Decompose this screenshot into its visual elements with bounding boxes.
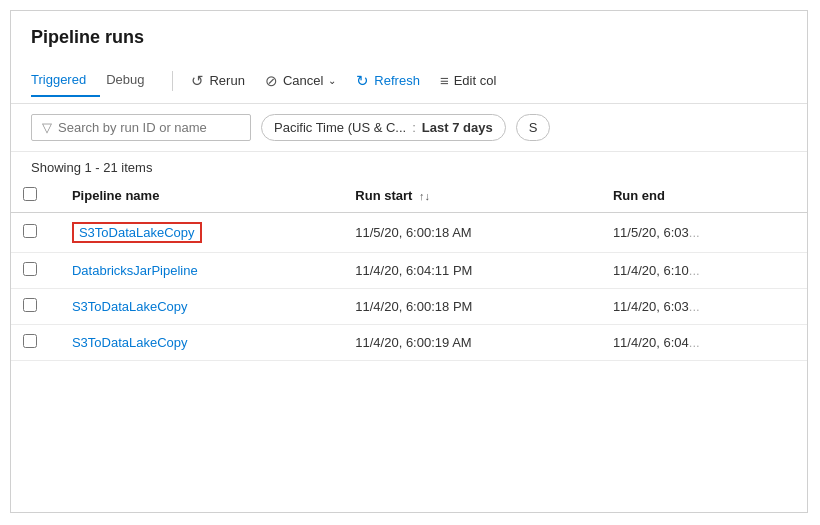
row-checkbox-cell: [11, 213, 60, 253]
rerun-label: Rerun: [209, 73, 244, 88]
run-start-cell: 11/5/20, 6:00:18 AM: [343, 213, 601, 253]
table-wrapper: Pipeline name Run start ↑↓ Run end S3ToD…: [11, 179, 807, 361]
run-end-header-label: Run end: [613, 188, 665, 203]
page-title: Pipeline runs: [11, 11, 807, 58]
run-end-cell: 11/4/20, 6:03...: [601, 289, 807, 325]
search-box[interactable]: ▽: [31, 114, 251, 141]
filter-icon: ▽: [42, 120, 52, 135]
pipeline-name-link[interactable]: S3ToDataLakeCopy: [72, 335, 188, 350]
cancel-icon: ⊘: [265, 72, 278, 90]
pipeline-name-link[interactable]: S3ToDataLakeCopy: [79, 225, 195, 240]
search-input[interactable]: [58, 120, 240, 135]
time-filter[interactable]: Pacific Time (US & C... : Last 7 days: [261, 114, 506, 141]
run-end-cell: 11/4/20, 6:04...: [601, 325, 807, 361]
run-start-cell: 11/4/20, 6:04:11 PM: [343, 253, 601, 289]
row-checkbox-0[interactable]: [23, 224, 37, 238]
pipeline-runs-table: Pipeline name Run start ↑↓ Run end S3ToD…: [11, 179, 807, 361]
pipeline-name-cell: S3ToDataLakeCopy: [60, 289, 343, 325]
table-header-row: Pipeline name Run start ↑↓ Run end: [11, 179, 807, 213]
run-start-header-label: Run start: [355, 188, 412, 203]
run-end-column-header: Run end: [601, 179, 807, 213]
select-all-checkbox[interactable]: [23, 187, 37, 201]
refresh-icon: ↻: [356, 72, 369, 90]
pipeline-name-link[interactable]: S3ToDataLakeCopy: [72, 299, 188, 314]
edit-columns-button[interactable]: ≡ Edit col: [430, 67, 506, 94]
edit-columns-icon: ≡: [440, 72, 449, 89]
row-checkbox-cell: [11, 325, 60, 361]
run-start-cell: 11/4/20, 6:00:19 AM: [343, 325, 601, 361]
row-checkbox-cell: [11, 289, 60, 325]
pipeline-name-link[interactable]: DatabricksJarPipeline: [72, 263, 198, 278]
period-label: Last 7 days: [422, 120, 493, 135]
pipeline-name-cell: S3ToDataLakeCopy: [60, 325, 343, 361]
status-label: S: [529, 120, 538, 135]
toolbar: Triggered Debug ↺ Rerun ⊘ Cancel ⌄ ↻ Ref…: [11, 58, 807, 104]
cancel-button[interactable]: ⊘ Cancel ⌄: [255, 67, 346, 95]
row-checkbox-3[interactable]: [23, 334, 37, 348]
run-end-cell: 11/5/20, 6:03...: [601, 213, 807, 253]
table-row: DatabricksJarPipeline11/4/20, 6:04:11 PM…: [11, 253, 807, 289]
run-start-column-header[interactable]: Run start ↑↓: [343, 179, 601, 213]
table-row: S3ToDataLakeCopy11/5/20, 6:00:18 AM11/5/…: [11, 213, 807, 253]
edit-columns-label: Edit col: [454, 73, 497, 88]
tab-triggered[interactable]: Triggered: [31, 64, 100, 97]
refresh-label: Refresh: [374, 73, 420, 88]
rerun-icon: ↺: [191, 72, 204, 90]
timezone-label: Pacific Time (US & C...: [274, 120, 406, 135]
showing-items-text: Showing 1 - 21 items: [11, 152, 807, 179]
run-end-cell: 11/4/20, 6:10...: [601, 253, 807, 289]
pipeline-name-cell: DatabricksJarPipeline: [60, 253, 343, 289]
row-checkbox-cell: [11, 253, 60, 289]
status-filter-button[interactable]: S: [516, 114, 551, 141]
select-all-header[interactable]: [11, 179, 60, 213]
row-checkbox-1[interactable]: [23, 262, 37, 276]
row-checkbox-2[interactable]: [23, 298, 37, 312]
tab-debug[interactable]: Debug: [106, 64, 158, 97]
run-start-cell: 11/4/20, 6:00:18 PM: [343, 289, 601, 325]
run-start-sort-icon[interactable]: ↑↓: [419, 190, 430, 202]
pipeline-name-cell: S3ToDataLakeCopy: [60, 213, 343, 253]
filter-row: ▽ Pacific Time (US & C... : Last 7 days …: [11, 104, 807, 152]
pipeline-name-header-label: Pipeline name: [72, 188, 159, 203]
pipeline-name-column-header: Pipeline name: [60, 179, 343, 213]
cancel-chevron-icon: ⌄: [328, 75, 336, 86]
refresh-button[interactable]: ↻ Refresh: [346, 67, 430, 95]
filter-separator: :: [412, 120, 416, 135]
table-row: S3ToDataLakeCopy11/4/20, 6:00:18 PM11/4/…: [11, 289, 807, 325]
rerun-button[interactable]: ↺ Rerun: [181, 67, 254, 95]
table-row: S3ToDataLakeCopy11/4/20, 6:00:19 AM11/4/…: [11, 325, 807, 361]
table-body: S3ToDataLakeCopy11/5/20, 6:00:18 AM11/5/…: [11, 213, 807, 361]
divider: [172, 71, 173, 91]
cancel-label: Cancel: [283, 73, 323, 88]
